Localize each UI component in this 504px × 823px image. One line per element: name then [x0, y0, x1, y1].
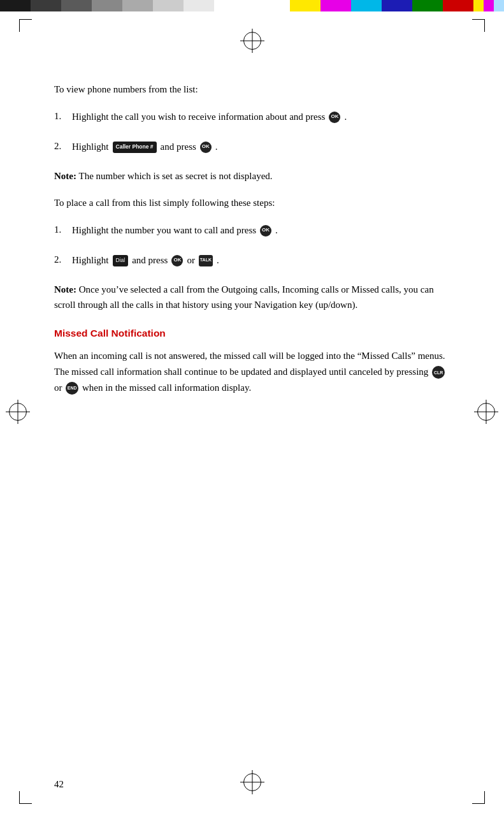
color-blue [382, 0, 412, 11]
ok-button-2a: OK [200, 142, 212, 153]
step-2b: 2. Highlight Dial and press OK or TALK. [54, 252, 450, 269]
color-green [412, 0, 443, 11]
item-number-2b: 2. [54, 252, 72, 267]
item-number-2a: 2. [54, 138, 72, 154]
missed-call-heading: Missed Call Notification [54, 328, 450, 339]
item-number-1b: 1. [54, 222, 72, 237]
reg-mark-bottom [243, 773, 261, 791]
color-mid-gray [61, 0, 92, 11]
step2b-pre-text: Highlight [72, 252, 109, 269]
intro-paragraph: To view phone numbers from the list: [54, 82, 450, 97]
reg-mark-top [243, 32, 261, 50]
color-magenta [320, 0, 351, 11]
step2a-period: . [215, 138, 218, 156]
body-text-pre: When an incoming call is not answered, t… [54, 351, 445, 377]
note1-bold: Note: [54, 171, 76, 181]
page-content: To view phone numbers from the list: 1. … [0, 11, 504, 445]
clr-button: CLR [432, 366, 445, 379]
page-number: 42 [54, 779, 64, 790]
color-near-white [184, 0, 214, 11]
step-2a: 2. Highlight Caller Phone # and press OK… [54, 138, 450, 156]
color-yellow2 [473, 0, 484, 11]
step-1b: 1. Highlight the number you want to call… [54, 222, 450, 239]
color-gray [92, 0, 122, 11]
step2b-period: . [217, 252, 219, 269]
item-content-1a: Highlight the call you wish to receive i… [72, 108, 347, 126]
color-lighter-gray [153, 0, 184, 11]
item-content-2a: Highlight Caller Phone # and press OK. [72, 138, 218, 156]
reg-mark-right [477, 403, 495, 421]
color-light-blue [494, 0, 504, 11]
note2-text: Once you’ve selected a call from the Out… [54, 284, 434, 310]
item-content-2b: Highlight Dial and press OK or TALK. [72, 252, 219, 269]
ok-button-1a: OK [329, 112, 340, 123]
talk-button-2b: TALK [199, 255, 213, 266]
numbered-item-1b: 1. Highlight the number you want to call… [54, 222, 450, 239]
body-text-end: when in the missed call information disp… [82, 382, 251, 393]
corner-mark-bl [19, 791, 32, 804]
body-paragraph: When an incoming call is not answered, t… [54, 348, 450, 395]
step2b-mid-text: and press [132, 252, 168, 269]
end-button: END [66, 382, 78, 395]
color-dark-gray [31, 0, 61, 11]
reg-mark-left [9, 403, 27, 421]
color-bar-top [0, 0, 504, 11]
ok-button-1b: OK [260, 225, 271, 237]
corner-mark-br [472, 791, 485, 804]
body-or-text: or [54, 382, 62, 393]
numbered-item-2b: 2. Highlight Dial and press OK or TALK. [54, 252, 450, 269]
color-yellow [290, 0, 320, 11]
step1a-text: Highlight the call you wish to receive i… [72, 108, 325, 126]
dial-button: Dial [113, 255, 129, 266]
corner-mark-tr [472, 19, 485, 32]
color-black [0, 0, 31, 11]
step2b-or-text: or [187, 252, 195, 269]
intro2-paragraph: To place a call from this list simply fo… [54, 195, 450, 210]
step1b-period: . [275, 222, 278, 239]
corner-mark-tl [19, 19, 32, 32]
item-number-1a: 1. [54, 108, 72, 124]
numbered-item-2a: 2. Highlight Caller Phone # and press OK… [54, 138, 450, 156]
note1-text: The number which is set as secret is not… [76, 171, 273, 181]
color-red [443, 0, 473, 11]
color-light-gray [122, 0, 153, 11]
note2-bold: Note: [54, 284, 76, 295]
note-1: Note: The number which is set as secret … [54, 168, 450, 184]
step1a-period: . [344, 108, 347, 126]
item-content-1b: Highlight the number you want to call an… [72, 222, 278, 239]
note-2: Note: Once you’ve selected a call from t… [54, 282, 450, 312]
ok-button-2b: OK [171, 255, 183, 266]
numbered-item-1a: 1. Highlight the call you wish to receiv… [54, 108, 450, 126]
color-magenta2 [484, 0, 494, 11]
step-1a: 1. Highlight the call you wish to receiv… [54, 108, 450, 126]
step1b-text: Highlight the number you want to call an… [72, 222, 256, 239]
caller-phone-button: Caller Phone # [113, 142, 157, 153]
step2a-mid-text: and press [161, 138, 196, 156]
color-cyan [351, 0, 382, 11]
step2a-pre-text: Highlight [72, 138, 109, 156]
